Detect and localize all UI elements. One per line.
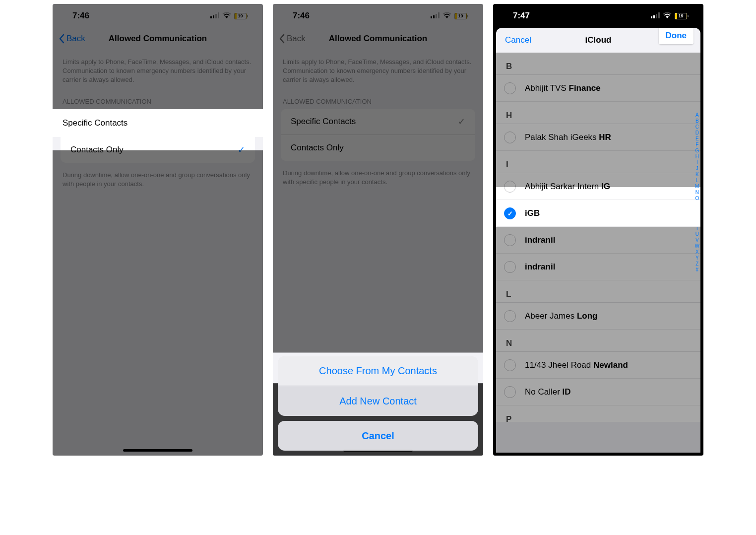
contact-row[interactable]: 11/43 Jheel Road Newland [496, 352, 700, 379]
section-p: P [496, 405, 700, 422]
row-specific-contacts[interactable]: Specific Contacts ✓ [281, 109, 475, 135]
section-header: ALLOWED COMMUNICATION [53, 89, 263, 109]
screen-1-allowed-communication: 7:46 19 Back Allowed Communication Limit… [53, 4, 263, 456]
radio-icon[interactable] [504, 386, 516, 398]
sheet-choose-contacts[interactable]: Choose From My Contacts [278, 356, 478, 386]
row-specific-contacts[interactable]: Specific Contacts [53, 109, 263, 137]
index-letter[interactable]: N [695, 190, 699, 195]
screen-3-contact-picker: 7:47 19 Cancel iCloud Done [493, 4, 703, 456]
index-letter[interactable]: E [695, 136, 699, 141]
svg-rect-4 [431, 16, 432, 18]
battery-icon: 19 [675, 13, 689, 19]
index-letter[interactable]: H [695, 154, 699, 159]
svg-rect-9 [653, 15, 655, 18]
index-letter[interactable]: D [695, 130, 699, 135]
cellular-icon [431, 11, 440, 21]
section-n: N [496, 330, 700, 352]
intro-text: Limits apply to Phone, FaceTime, Message… [273, 50, 483, 89]
contact-row[interactable]: No Caller ID [496, 379, 700, 405]
index-letter[interactable]: A [695, 112, 699, 118]
modal-done-button[interactable]: Done [659, 28, 694, 44]
wifi-icon [442, 11, 451, 21]
back-button[interactable]: Back [59, 34, 85, 44]
wifi-icon [663, 11, 672, 21]
svg-rect-2 [215, 14, 217, 18]
index-letter[interactable]: W [695, 243, 699, 249]
statusbar: 7:46 19 [53, 4, 263, 28]
radio-checked-icon[interactable] [504, 207, 516, 219]
home-indicator[interactable] [123, 449, 192, 452]
contact-row[interactable]: Abhijit Sarkar Intern IG [496, 173, 700, 200]
navbar: Back Allowed Communication [273, 28, 483, 50]
radio-icon[interactable] [504, 82, 516, 94]
section-l: L [496, 280, 700, 303]
contact-row[interactable]: Palak Shah iGeeks HR [496, 124, 700, 151]
modal-cancel-button[interactable]: Cancel [505, 35, 531, 45]
radio-icon[interactable] [504, 181, 516, 193]
alphabet-index[interactable]: ABCDEFGHIJKLMNOPQRSTUVWXYZ# [695, 112, 699, 272]
svg-rect-11 [658, 12, 660, 18]
row-contacts-only[interactable]: Contacts Only ✓ [61, 137, 255, 163]
svg-rect-6 [436, 14, 437, 18]
contact-name: Abhijit Sarkar Intern IG [525, 182, 610, 192]
index-letter[interactable]: C [695, 124, 699, 130]
index-letter[interactable]: M [695, 184, 699, 189]
svg-rect-0 [210, 16, 212, 18]
index-letter[interactable]: G [695, 148, 699, 153]
contacts-list[interactable]: B Abhijit TVS Finance H Palak Shah iGeek… [496, 53, 700, 422]
statusbar-time: 7:46 [293, 11, 310, 21]
battery-icon: 19 [234, 13, 248, 19]
contact-name: Abhijit TVS Finance [525, 83, 601, 93]
contact-row[interactable]: Abhijit TVS Finance [496, 75, 700, 102]
cellular-icon [210, 11, 219, 21]
page-title: Allowed Communication [329, 34, 427, 44]
index-letter[interactable]: J [696, 166, 698, 171]
modal-title: iCloud [585, 35, 612, 45]
sheet-add-contact[interactable]: Add New Contact [278, 386, 478, 416]
section-h: H [496, 102, 700, 124]
section-i: I [496, 151, 700, 173]
statusbar: 7:47 19 [493, 4, 703, 28]
row-contacts-only[interactable]: Contacts Only [281, 135, 475, 161]
contact-row[interactable]: indranil [496, 227, 700, 254]
contact-row[interactable]: indranil [496, 254, 700, 280]
radio-icon[interactable] [504, 359, 516, 371]
contact-name: Palak Shah iGeeks HR [525, 133, 611, 142]
contact-row[interactable]: Abeer James Long [496, 303, 700, 330]
index-letter[interactable]: F [695, 142, 698, 147]
svg-rect-8 [651, 16, 652, 18]
radio-icon[interactable] [504, 310, 516, 322]
page-title: Allowed Communication [109, 34, 207, 44]
radio-icon[interactable] [504, 132, 516, 143]
sheet-cancel[interactable]: Cancel [278, 421, 478, 451]
index-letter[interactable]: V [695, 237, 699, 243]
index-letter[interactable]: I [696, 160, 698, 165]
index-letter[interactable]: X [695, 249, 699, 255]
row-specific-label: Specific Contacts [291, 117, 356, 127]
modal-navbar: Cancel iCloud Done [496, 28, 700, 53]
index-letter[interactable]: Y [695, 255, 699, 261]
section-header: ALLOWED COMMUNICATION [273, 89, 483, 109]
contact-name: Abeer James Long [525, 311, 597, 321]
radio-icon[interactable] [504, 261, 516, 273]
contact-name: No Caller ID [525, 387, 571, 397]
sheet-cancel-label: Cancel [362, 430, 394, 442]
radio-icon[interactable] [504, 234, 516, 246]
contact-name: indranil [525, 235, 555, 245]
index-letter[interactable]: # [695, 267, 698, 272]
index-letter[interactable]: U [695, 231, 699, 237]
index-letter[interactable]: B [695, 118, 699, 124]
contact-name: 11/43 Jheel Road Newland [525, 360, 628, 370]
row-contacts-only-label: Contacts Only [70, 145, 124, 155]
index-letter[interactable]: K [695, 172, 699, 177]
contact-name: iGB [525, 208, 540, 218]
contact-row-selected-igb[interactable]: iGB [496, 200, 700, 227]
index-letter[interactable]: L [695, 178, 698, 183]
svg-rect-7 [438, 12, 440, 18]
chevron-left-icon [279, 34, 285, 44]
back-button[interactable]: Back [279, 34, 306, 44]
statusbar: 7:46 19 [273, 4, 483, 28]
screen-2-action-sheet: 7:46 19 Back Allowed Communication Limit… [273, 4, 483, 456]
index-letter[interactable]: Z [695, 261, 698, 267]
section-b: B [496, 53, 700, 75]
